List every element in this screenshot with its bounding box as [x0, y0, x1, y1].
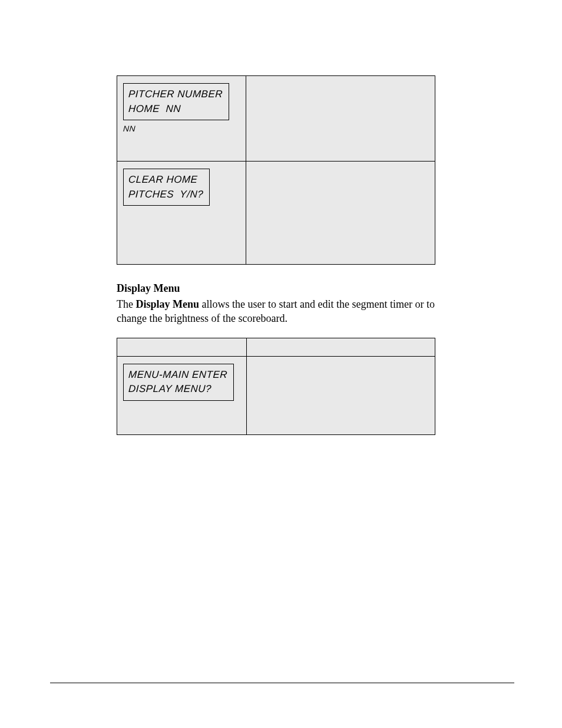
footer-divider [50, 683, 514, 683]
table-header-row [117, 338, 435, 356]
para-text: The [117, 298, 135, 310]
document-page: PITCHER NUMBER HOME NN NN CLEAR HOME PIT… [0, 0, 562, 728]
lcd-cell: MENU-MAIN ENTER DISPLAY MENU? [117, 356, 247, 434]
lcd-line: MENU-MAIN ENTER [128, 368, 227, 383]
header-cell [117, 338, 247, 356]
table-row: MENU-MAIN ENTER DISPLAY MENU? [117, 356, 435, 434]
description-cell [246, 162, 435, 265]
lcd-table-1: PITCHER NUMBER HOME NN NN CLEAR HOME PIT… [117, 75, 435, 265]
content-area: PITCHER NUMBER HOME NN NN CLEAR HOME PIT… [117, 75, 435, 435]
lcd-box-pitcher-number: PITCHER NUMBER HOME NN [123, 83, 229, 120]
lcd-cell: PITCHER NUMBER HOME NN NN [117, 76, 246, 162]
lcd-line: DISPLAY MENU? [128, 382, 227, 397]
lcd-box-clear-home: CLEAR HOME PITCHES Y/N? [123, 169, 210, 206]
lcd-cell: CLEAR HOME PITCHES Y/N? [117, 162, 246, 265]
lcd-line: CLEAR HOME [128, 173, 203, 187]
lcd-box-display-menu: MENU-MAIN ENTER DISPLAY MENU? [123, 364, 234, 401]
table-row: CLEAR HOME PITCHES Y/N? [117, 162, 435, 265]
lcd-line: PITCHES Y/N? [128, 187, 203, 202]
description-cell [246, 76, 435, 162]
lcd-line: HOME NN [128, 102, 223, 117]
lcd-line: PITCHER NUMBER [128, 87, 223, 102]
description-cell [246, 356, 435, 434]
section-paragraph: The Display Menu allows the user to star… [117, 297, 435, 326]
table-row: PITCHER NUMBER HOME NN NN [117, 76, 435, 162]
header-cell [246, 338, 435, 356]
lcd-below-text: NN [123, 124, 136, 133]
section-heading-display-menu: Display Menu [117, 282, 435, 295]
para-bold: Display Menu [135, 298, 199, 310]
lcd-table-2: MENU-MAIN ENTER DISPLAY MENU? [117, 338, 435, 435]
